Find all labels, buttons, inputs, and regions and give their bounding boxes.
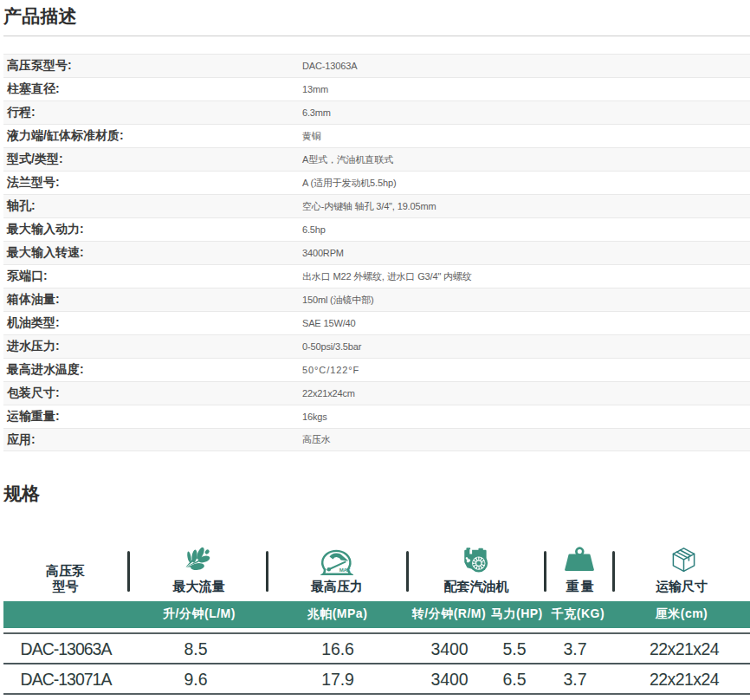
svg-text:MAX: MAX xyxy=(339,567,351,573)
